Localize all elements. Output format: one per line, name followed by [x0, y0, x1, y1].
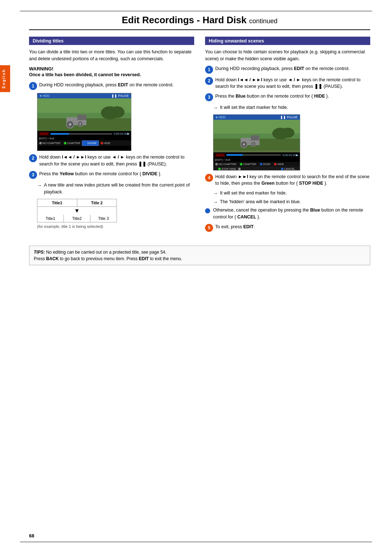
dividing-titles-intro: You can divide a title into two or more … — [29, 49, 194, 62]
bullet-dot — [205, 208, 210, 213]
step-2-left: 2 Hold down I◄◄ / ►►I keys or use ◄ / ► … — [29, 154, 194, 168]
svg-point-4 — [110, 106, 124, 118]
svg-point-15 — [281, 128, 294, 138]
stop-hide-btn: STOP HIDE — [216, 167, 242, 171]
step-3-left: 3 Press the Yellow button on the remote … — [29, 171, 194, 179]
screen-mockup-left: ● HDD ❚❚ PAUSE — [37, 93, 131, 151]
step-3-text: Press the Yellow button on the remote co… — [39, 171, 194, 177]
chapter-btn-r: CHAPTER — [238, 162, 258, 167]
step-num-2: 2 — [29, 154, 37, 162]
step-4-right-text: Hold down ►►I key on the remote control … — [215, 173, 370, 187]
step-4-right: 4 Hold down ►►I key on the remote contro… — [205, 173, 370, 187]
tips-line2: Press BACK to go back to previous menu i… — [34, 256, 182, 261]
hiding-scenes-header: Hiding unwanted scenes — [205, 37, 370, 45]
bullet-cancel-text: Otherwise, cancel the operation by press… — [213, 207, 370, 221]
svg-point-19 — [243, 143, 245, 146]
page-border-top — [22, 11, 370, 11]
step-2-right-text: Hold down I◄◄ / ►►I keys or use ◄ / ► ke… — [215, 77, 370, 90]
step-5-right: 5 To exit, press EDIT. — [205, 224, 370, 232]
title-diagram-wrap: Title1 Title 2 ▼ Title1 Title2 Title 3 (… — [37, 199, 194, 229]
step-4-arrow-1: → It will set the end marker for hide. — [213, 190, 370, 197]
title-cell-1-before: Title1 — [37, 199, 77, 206]
screenshot-right: ● HDD ❚❚ PAUSE — [213, 114, 370, 171]
right-column: Hiding unwanted scenes You can choose to… — [205, 37, 370, 235]
title-row-after: Title1 Title2 Title 3 — [37, 215, 117, 222]
title-cell-2-after: Title2 — [64, 215, 90, 222]
hiding-scenes-intro: You can choose to hide certain scenes fo… — [205, 49, 370, 62]
title-diagram: Title1 Title 2 ▼ Title1 Title2 Title 3 — [37, 199, 117, 222]
page-border-bottom — [22, 542, 370, 542]
no-chapter-btn: NO CHAPTER — [37, 140, 62, 146]
step-3-right-text: Press the Blue button on the remote cont… — [215, 93, 370, 100]
title-cell-2-before: Title 2 — [77, 199, 117, 206]
step-num-r4: 4 — [205, 174, 213, 182]
left-column: Dividing titles You can divide a title i… — [29, 37, 194, 235]
language-tab: English — [0, 65, 10, 92]
step-num-r2: 2 — [205, 77, 213, 85]
divide-btn: DIVIDE — [82, 140, 99, 146]
example-caption: (for example, title 1 is being selected) — [37, 224, 194, 229]
page-title: Edit Recordings - Hard Disk continued — [29, 15, 370, 30]
svg-point-10 — [79, 123, 81, 125]
step-1-text: During HDD recording playback, press EDI… — [39, 82, 194, 89]
screen-edit-bar-left: [EDIT] = Exit — [37, 136, 131, 140]
screen-mockup-right: ● HDD ❚❚ PAUSE — [213, 114, 300, 171]
warning-block: WARNING! Once a title has been divided, … — [29, 66, 194, 78]
hide-btn: HIDE — [99, 140, 112, 146]
divid-btn-r: DIVID — [258, 162, 272, 167]
step-num-r1: 1 — [205, 66, 213, 74]
screen-video-left — [37, 98, 131, 131]
cancel-btn: CANCEL — [279, 167, 297, 171]
screen-header-left: ● HDD ❚❚ PAUSE — [37, 93, 131, 98]
svg-rect-17 — [251, 135, 259, 140]
svg-rect-6 — [77, 115, 86, 120]
title-row-before: Title1 Title 2 — [37, 199, 117, 207]
svg-point-8 — [69, 123, 72, 126]
screen-edit-bar-right: [EDIT] = Exit — [213, 158, 300, 162]
step-2-text: Hold down I◄◄ / ►►I keys or use ◄ / ► ke… — [39, 154, 194, 168]
step-4-arrow-2: → The 'hidden' area will be marked in bl… — [213, 198, 370, 206]
step-5-right-text: To exit, press EDIT. — [215, 224, 370, 230]
tips-line1: No editing can be carried out on a prote… — [46, 250, 167, 255]
hide-btn-r: HIDE — [272, 162, 286, 167]
title-cell-3-after: Title 3 — [90, 215, 117, 222]
screen-video-right — [213, 120, 300, 152]
title-arrow: ▼ — [37, 207, 117, 215]
side-mark-right-bottom — [367, 542, 372, 542]
chapter-btn: CHAPTER — [62, 140, 82, 146]
side-mark-right-top — [367, 11, 372, 11]
title-cell-1-after: Title1 — [37, 215, 64, 222]
side-mark-left-top — [20, 11, 25, 11]
tips-label: TIPS: — [34, 250, 45, 255]
no-chapter-btn-r: NO CHAPTER — [213, 162, 238, 167]
screen-buttons-right-bottom: STOP HIDE CANCEL — [213, 167, 300, 171]
step-num-r5: 5 — [205, 224, 213, 232]
screenshot-left: ● HDD ❚❚ PAUSE — [37, 93, 194, 151]
step-3-right: 3 Press the Blue button on the remote co… — [205, 93, 370, 101]
side-mark-left-bottom — [20, 542, 25, 542]
screen-buttons-left: NO CHAPTER CHAPTER DIVIDE HIDE — [37, 140, 131, 146]
tips-block: TIPS: No editing can be carried out on a… — [29, 246, 370, 265]
step-num-1: 1 — [29, 82, 37, 90]
warning-title: WARNING! — [29, 66, 194, 71]
step-1-left: 1 During HDD recording playback, press E… — [29, 82, 194, 90]
screen-counter-left: 10100 0:00:01:00▶ — [37, 131, 131, 136]
step-2-right: 2 Hold down I◄◄ / ►►I keys or use ◄ / ► … — [205, 77, 370, 90]
bullet-cancel-step: Otherwise, cancel the operation by press… — [205, 207, 370, 221]
screen-counter-right: 10100 0:00:01:00▶ — [213, 152, 300, 158]
screen-buttons-right-top: NO CHAPTER CHAPTER DIVID HIDE — [213, 162, 300, 167]
step-num-r3: 3 — [205, 93, 213, 101]
svg-point-21 — [253, 143, 254, 145]
main-content: Dividing titles You can divide a title i… — [29, 37, 370, 235]
warning-text: Once a title has been divided, it cannot… — [29, 71, 194, 78]
step-3-right-arrow: → It will set the start marker for hide. — [213, 104, 370, 111]
step-1-right: 1 During HDD recording playback, press E… — [205, 65, 370, 74]
page-number: 68 — [29, 533, 34, 538]
step-1-right-text: During HDD recording playback, press EDI… — [215, 65, 370, 72]
dividing-titles-header: Dividing titles — [29, 37, 194, 45]
screen-header-right: ● HDD ❚❚ PAUSE — [213, 115, 300, 120]
step-3-arrow: → A new title and new index picture will… — [37, 182, 194, 196]
step-num-3: 3 — [29, 171, 37, 179]
